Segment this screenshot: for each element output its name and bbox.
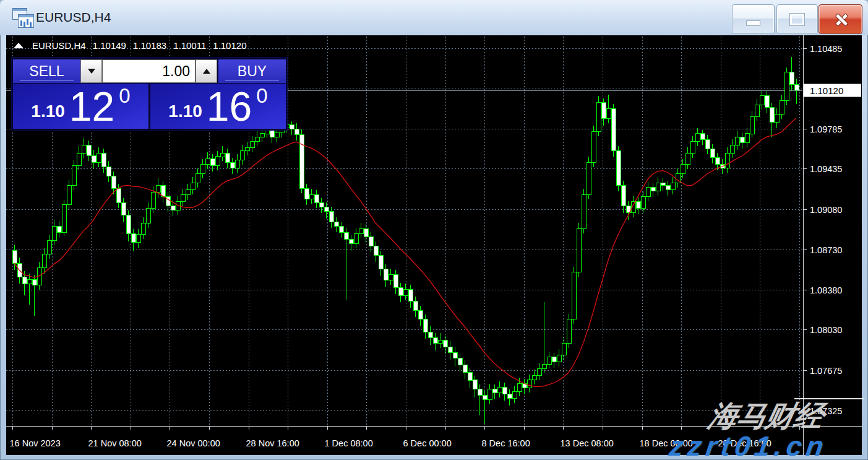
svg-text:1.09435: 1.09435	[810, 164, 842, 174]
arrow-down-icon	[88, 69, 95, 74]
svg-text:21 Nov 08:00: 21 Nov 08:00	[88, 438, 142, 448]
svg-text:1.10485: 1.10485	[810, 44, 842, 54]
current-price-tag: 1.10120	[804, 84, 861, 97]
window-title: EURUSD,H4	[36, 0, 111, 35]
app-window: EURUSD,H4 1.104851.097851.094351.090801.…	[0, 0, 868, 460]
svg-text:8 Dec 16:00: 8 Dec 16:00	[482, 438, 530, 448]
ohlc-open: 1.10149	[93, 40, 126, 51]
buy-price-point: 0	[256, 85, 267, 106]
trade-panel-top-row: SELL BUY	[13, 59, 286, 83]
svg-text:1.08380: 1.08380	[810, 285, 842, 295]
svg-text:1 Dec 08:00: 1 Dec 08:00	[325, 438, 373, 448]
svg-text:16 Nov 2023: 16 Nov 2023	[10, 438, 61, 448]
minimize-button[interactable]	[732, 4, 775, 34]
chart-area: 1.104851.097851.094351.090801.087301.083…	[6, 35, 862, 455]
maximize-icon	[790, 14, 804, 25]
svg-text:24 Nov 00:00: 24 Nov 00:00	[167, 438, 220, 448]
svg-text:1.09080: 1.09080	[810, 205, 842, 215]
svg-text:1.07675: 1.07675	[810, 366, 842, 376]
close-icon	[833, 12, 848, 27]
minimize-icon	[746, 20, 760, 26]
sell-button[interactable]: SELL	[13, 59, 80, 83]
ohlc-info-bar: EURUSD,H4 1.10149 1.10183 1.10011 1.1012…	[14, 40, 247, 51]
maximize-button[interactable]	[776, 4, 818, 34]
close-button[interactable]	[819, 4, 862, 34]
sell-price-point: 0	[119, 85, 130, 106]
ohlc-low: 1.10011	[173, 40, 206, 51]
volume-increase-button[interactable]	[196, 59, 217, 83]
svg-text:1.08030: 1.08030	[810, 325, 842, 335]
svg-text:28 Nov 16:00: 28 Nov 16:00	[246, 438, 299, 448]
ohlc-high: 1.10183	[133, 40, 166, 51]
sell-price-base: 1.10	[31, 103, 65, 120]
moving-average-line	[14, 118, 796, 387]
sell-price-box[interactable]: 1.10 12 0	[13, 84, 148, 129]
svg-text:6 Dec 00:00: 6 Dec 00:00	[403, 438, 452, 448]
buy-price-pips: 16	[207, 90, 252, 123]
watermark-site: zzrt01.cn	[667, 430, 830, 460]
sell-price-pips: 12	[69, 90, 114, 123]
volume-input[interactable]	[102, 59, 196, 83]
title-bar: EURUSD,H4	[0, 0, 868, 35]
svg-text:1.10120: 1.10120	[810, 85, 843, 96]
ohlc-symbol: EURUSD,H4	[32, 40, 86, 51]
trade-panel-price-row: 1.10 12 0 1.10 16 0	[13, 84, 286, 129]
svg-text:1.09785: 1.09785	[810, 124, 842, 134]
svg-text:1.08730: 1.08730	[810, 245, 842, 255]
price-axis[interactable]: 1.104851.097851.094351.090801.087301.083…	[803, 44, 842, 416]
one-click-trading-panel: SELL BUY 1.10 12 0 1.10 1	[11, 57, 288, 131]
buy-price-base: 1.10	[168, 103, 202, 120]
chart-window-icon	[12, 7, 33, 28]
ohlc-close: 1.10120	[213, 40, 246, 51]
arrow-up-icon	[203, 69, 210, 74]
panel-collapse-icon[interactable]	[14, 43, 24, 48]
volume-decrease-button[interactable]	[80, 59, 102, 83]
svg-text:13 Dec 08:00: 13 Dec 08:00	[561, 438, 614, 448]
buy-price-box[interactable]: 1.10 16 0	[150, 84, 286, 129]
buy-button[interactable]: BUY	[218, 59, 286, 83]
